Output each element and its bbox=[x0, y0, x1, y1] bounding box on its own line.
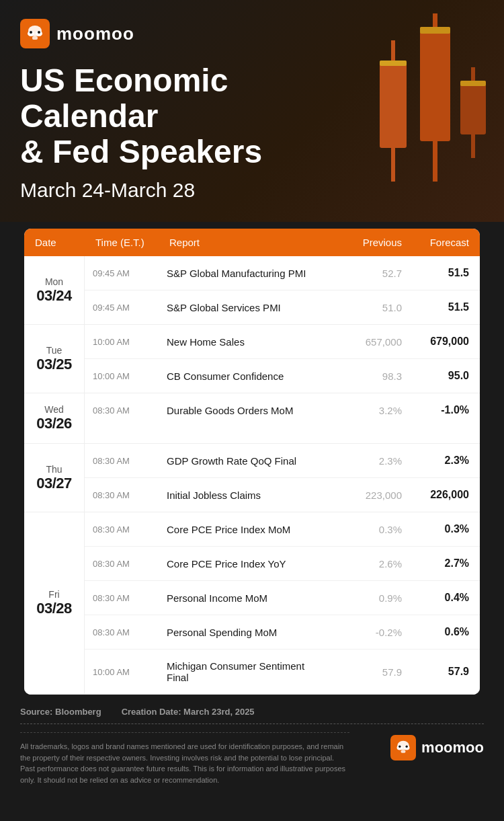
footer-section: Source: Bloomberg Creation Date: March 2… bbox=[0, 695, 504, 785]
svg-rect-23 bbox=[401, 750, 406, 753]
event-previous: 52.7 bbox=[328, 268, 402, 279]
events-column: 08:30 AM Core PCE Price Index MoM 0.3% 0… bbox=[85, 512, 480, 694]
event-row: 08:30 AM Durable Goods Orders MoM 3.2% -… bbox=[85, 393, 480, 427]
event-previous: 98.3 bbox=[328, 370, 402, 382]
events-column: 10:00 AM New Home Sales 657,000 679,000 … bbox=[85, 325, 480, 393]
event-time: 08:30 AM bbox=[93, 593, 167, 603]
event-row: 10:00 AM Michigan Consumer Sentiment Fin… bbox=[85, 650, 480, 694]
event-report: Durable Goods Orders MoM bbox=[167, 405, 328, 416]
svg-rect-11 bbox=[460, 81, 486, 86]
event-forecast: 51.5 bbox=[402, 267, 469, 279]
svg-rect-2 bbox=[391, 148, 395, 182]
event-time: 08:30 AM bbox=[93, 627, 167, 637]
event-report: GDP Growth Rate QoQ Final bbox=[167, 455, 328, 467]
event-row: 10:00 AM CB Consumer Confidence 98.3 95.… bbox=[85, 359, 480, 393]
svg-point-18 bbox=[38, 31, 40, 34]
events-column: 09:45 AM S&P Global Manufacturing PMI 52… bbox=[85, 256, 480, 324]
event-previous: -0.2% bbox=[328, 627, 402, 638]
day-label: Thu 03/27 bbox=[24, 444, 85, 512]
event-report: Michigan Consumer Sentiment Final bbox=[167, 660, 328, 683]
footer-logo: moomoo bbox=[390, 735, 484, 760]
event-row: 08:30 AM Core PCE Price Index MoM 0.3% 0… bbox=[85, 512, 480, 547]
event-forecast: -1.0% bbox=[402, 404, 469, 416]
event-time: 10:00 AM bbox=[93, 371, 167, 381]
event-previous: 223,000 bbox=[328, 490, 402, 501]
event-row: 09:45 AM S&P Global Services PMI 51.0 51… bbox=[85, 290, 480, 324]
day-date: 03/24 bbox=[36, 287, 72, 305]
event-time: 08:30 AM bbox=[93, 405, 167, 416]
source-row: Source: Bloomberg Creation Date: March 2… bbox=[20, 707, 484, 717]
event-report: Core PCE Price Index YoY bbox=[167, 558, 328, 570]
event-forecast: 226,000 bbox=[402, 489, 469, 501]
col-time: Time (E.T.) bbox=[95, 237, 169, 248]
day-date: 03/27 bbox=[36, 475, 72, 492]
event-report: S&P Global Services PMI bbox=[167, 302, 328, 313]
event-report: Initial Jobless Claims bbox=[167, 490, 328, 501]
event-forecast: 0.3% bbox=[402, 523, 469, 535]
footer-brand-name: moomoo bbox=[421, 739, 484, 756]
event-previous: 57.9 bbox=[328, 666, 402, 678]
day-section: Tue 03/25 10:00 AM New Home Sales 657,00… bbox=[24, 325, 480, 393]
table-body: Mon 03/24 09:45 AM S&P Global Manufactur… bbox=[24, 256, 480, 695]
col-previous: Previous bbox=[328, 237, 402, 248]
svg-rect-7 bbox=[471, 67, 475, 82]
svg-rect-5 bbox=[433, 141, 437, 182]
day-section: Fri 03/28 08:30 AM Core PCE Price Index … bbox=[24, 512, 480, 695]
event-report: Personal Income MoM bbox=[167, 592, 328, 604]
svg-point-17 bbox=[30, 31, 32, 34]
event-previous: 2.6% bbox=[328, 558, 402, 570]
event-previous: 657,000 bbox=[328, 336, 402, 348]
svg-rect-9 bbox=[380, 61, 407, 66]
day-section: Mon 03/24 09:45 AM S&P Global Manufactur… bbox=[24, 256, 480, 325]
day-name: Wed bbox=[44, 404, 64, 415]
candle-decoration bbox=[360, 7, 494, 208]
event-row: 10:00 AM New Home Sales 657,000 679,000 bbox=[85, 325, 480, 359]
day-label: Tue 03/25 bbox=[24, 325, 85, 393]
event-previous: 51.0 bbox=[328, 302, 402, 313]
svg-rect-0 bbox=[380, 61, 407, 148]
event-previous: 0.9% bbox=[328, 592, 402, 604]
event-time: 10:00 AM bbox=[93, 337, 167, 347]
event-time: 08:30 AM bbox=[93, 524, 167, 535]
events-column: 08:30 AM GDP Growth Rate QoQ Final 2.3% … bbox=[85, 444, 480, 512]
day-name: Tue bbox=[46, 345, 62, 356]
day-section: Thu 03/27 08:30 AM GDP Growth Rate QoQ F… bbox=[24, 444, 480, 512]
page-title: US Economic Calendar & Fed Speakers bbox=[20, 63, 343, 169]
svg-point-24 bbox=[398, 746, 401, 748]
source-text: Source: Bloomberg bbox=[20, 707, 101, 717]
economic-calendar-table: Date Time (E.T.) Report Previous Forecas… bbox=[24, 229, 480, 695]
svg-rect-4 bbox=[433, 13, 437, 28]
event-forecast: 51.5 bbox=[402, 301, 469, 313]
event-forecast: 0.4% bbox=[402, 592, 469, 604]
event-row: 08:30 AM Core PCE Price Index YoY 2.6% 2… bbox=[85, 547, 480, 581]
header-section: moomoo US Economic Calendar & Fed Speake… bbox=[0, 0, 504, 222]
day-section: Wed 03/26 08:30 AM Durable Goods Orders … bbox=[24, 393, 480, 444]
event-time: 08:30 AM bbox=[93, 559, 167, 569]
day-date: 03/26 bbox=[36, 415, 72, 432]
svg-point-25 bbox=[406, 746, 408, 748]
event-report: New Home Sales bbox=[167, 336, 328, 348]
day-date: 03/28 bbox=[36, 600, 72, 617]
event-time: 08:30 AM bbox=[93, 456, 167, 466]
event-forecast: 679,000 bbox=[402, 336, 469, 348]
event-time: 10:00 AM bbox=[93, 667, 167, 677]
day-label: Fri 03/28 bbox=[24, 512, 85, 694]
day-name: Thu bbox=[46, 464, 62, 475]
event-report: S&P Global Manufacturing PMI bbox=[167, 268, 328, 279]
event-forecast: 0.6% bbox=[402, 626, 469, 638]
svg-rect-16 bbox=[32, 36, 38, 40]
event-row: 08:30 AM Initial Jobless Claims 223,000 … bbox=[85, 478, 480, 512]
footer-logo-icon bbox=[390, 735, 416, 760]
table-header: Date Time (E.T.) Report Previous Forecas… bbox=[24, 229, 480, 256]
svg-rect-3 bbox=[420, 27, 450, 141]
disclaimer-text: All trademarks, logos and brand names me… bbox=[20, 732, 349, 785]
event-row: 08:30 AM GDP Growth Rate QoQ Final 2.3% … bbox=[85, 444, 480, 478]
event-forecast: 95.0 bbox=[402, 370, 469, 382]
day-label: Wed 03/26 bbox=[24, 393, 85, 443]
svg-rect-1 bbox=[391, 40, 395, 62]
moomoo-logo-icon bbox=[20, 19, 50, 48]
day-label: Mon 03/24 bbox=[24, 256, 85, 324]
event-row: 08:30 AM Personal Spending MoM -0.2% 0.6… bbox=[85, 615, 480, 650]
svg-rect-10 bbox=[420, 27, 450, 34]
day-date: 03/25 bbox=[36, 356, 72, 373]
